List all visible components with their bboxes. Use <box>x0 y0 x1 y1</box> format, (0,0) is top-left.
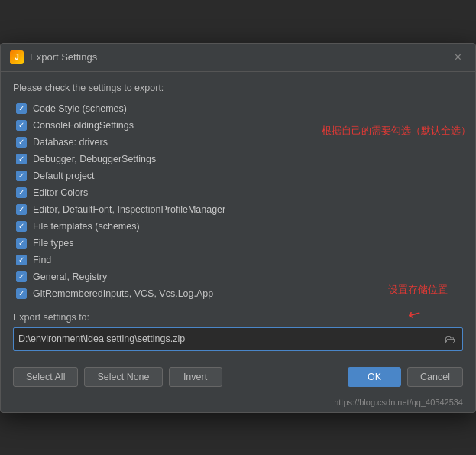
checkbox-debugger[interactable] <box>16 154 27 164</box>
checklist-item-debugger[interactable]: Debugger, DebuggerSettings <box>13 151 463 167</box>
folder-icon[interactable]: 🗁 <box>443 331 458 347</box>
footer: Select All Select None Invert OK Cancel <box>1 359 475 396</box>
dialog-title: Export Settings <box>30 51 97 63</box>
check-label-find: Find <box>33 255 51 265</box>
checklist-item-find[interactable]: Find <box>13 252 463 268</box>
checkbox-general-registry[interactable] <box>16 271 27 282</box>
checklist-item-file-templates[interactable]: File templates (schemes) <box>13 219 463 234</box>
checkbox-code-style[interactable] <box>16 103 27 114</box>
watermark: https://blog.csdn.net/qq_40542534 <box>334 398 463 407</box>
checklist-item-file-types[interactable]: File types <box>13 236 463 251</box>
checkbox-file-templates[interactable] <box>16 221 27 232</box>
check-label-debugger: Debugger, DebuggerSettings <box>33 154 156 164</box>
title-bar-left: J Export Settings <box>10 50 97 64</box>
title-bar: J Export Settings × <box>1 44 475 72</box>
checklist-item-general-registry[interactable]: General, Registry <box>13 269 463 284</box>
select-none-button[interactable]: Select None <box>84 367 162 387</box>
checklist: Code Style (schemes)ConsoleFoldingSettin… <box>13 101 463 301</box>
app-icon: J <box>10 50 24 64</box>
checkbox-find[interactable] <box>16 255 27 265</box>
export-label: Export settings to: <box>13 312 463 323</box>
checkbox-database-drivers[interactable] <box>16 137 27 148</box>
instruction-text: Please check the settings to export: <box>13 83 463 93</box>
file-input-row: 🗁 <box>13 327 463 351</box>
file-path-input[interactable] <box>18 333 439 344</box>
invert-button[interactable]: Invert <box>169 367 222 387</box>
checklist-item-code-style[interactable]: Code Style (schemes) <box>13 101 463 116</box>
dialog-body: Please check the settings to export: Cod… <box>1 72 475 359</box>
checklist-item-console-folding[interactable]: ConsoleFoldingSettings <box>13 118 463 133</box>
cancel-button[interactable]: Cancel <box>407 367 463 387</box>
footer-left: Select All Select None Invert <box>13 367 222 387</box>
check-label-git-remembered: GitRememberedInputs, VCS, Vcs.Log.App <box>33 288 213 299</box>
checkbox-editor-colors[interactable] <box>16 187 27 198</box>
export-settings-dialog: J Export Settings × Please check the set… <box>0 43 476 413</box>
checklist-item-editor-defaultfont[interactable]: Editor, DefaultFont, InspectionProfileMa… <box>13 202 463 217</box>
checklist-item-git-remembered[interactable]: GitRememberedInputs, VCS, Vcs.Log.App <box>13 286 463 301</box>
check-label-general-registry: General, Registry <box>33 271 107 282</box>
check-label-console-folding: ConsoleFoldingSettings <box>33 120 134 131</box>
checkbox-git-remembered[interactable] <box>16 288 27 299</box>
check-label-editor-defaultfont: Editor, DefaultFont, InspectionProfileMa… <box>33 204 225 215</box>
check-label-file-templates: File templates (schemes) <box>33 221 140 232</box>
check-label-database-drivers: Database: drivers <box>33 137 108 148</box>
check-label-default-project: Default project <box>33 171 95 181</box>
checklist-item-editor-colors[interactable]: Editor Colors <box>13 185 463 200</box>
check-label-code-style: Code Style (schemes) <box>33 103 127 114</box>
checkbox-file-types[interactable] <box>16 238 27 249</box>
checklist-item-default-project[interactable]: Default project <box>13 168 463 184</box>
select-all-button[interactable]: Select All <box>13 367 78 387</box>
checklist-item-database-drivers[interactable]: Database: drivers <box>13 135 463 150</box>
checklist-wrapper: Code Style (schemes)ConsoleFoldingSettin… <box>13 101 463 301</box>
check-label-editor-colors: Editor Colors <box>33 187 88 198</box>
footer-right: OK Cancel <box>348 367 463 387</box>
close-button[interactable]: × <box>450 50 466 65</box>
checkbox-default-project[interactable] <box>16 171 27 181</box>
export-section: 设置存储位置 ↙ Export settings to: 🗁 <box>13 312 463 351</box>
checkbox-console-folding[interactable] <box>16 120 27 131</box>
check-label-file-types: File types <box>33 238 74 249</box>
ok-button[interactable]: OK <box>348 367 401 387</box>
checkbox-editor-defaultfont[interactable] <box>16 204 27 215</box>
